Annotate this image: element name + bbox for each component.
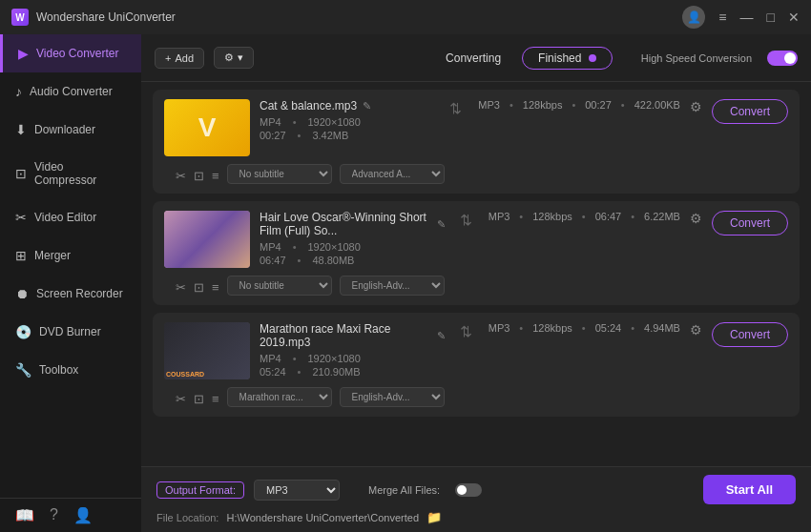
edit-title-icon[interactable]: ✎ bbox=[437, 218, 446, 231]
title-bar-left: W Wondershare UniConverter bbox=[11, 9, 176, 26]
title-bar-controls: 👤 ≡ — □ ✕ bbox=[682, 6, 800, 29]
bottom-bar: Output Format: MP3 Merge All Files: Star… bbox=[141, 466, 811, 532]
output-duration: 06:47 bbox=[595, 211, 622, 222]
sidebar-item-video-converter[interactable]: ▶ Video Converter bbox=[0, 34, 141, 72]
cut-icon[interactable]: ✂ bbox=[176, 392, 186, 406]
tab-converting[interactable]: Converting bbox=[428, 47, 518, 70]
audio-converter-icon: ♪ bbox=[15, 84, 22, 99]
crop-icon[interactable]: ⊡ bbox=[194, 169, 204, 183]
settings-dropdown-button[interactable]: ⚙ ▾ bbox=[214, 47, 254, 69]
convert-button[interactable]: Convert bbox=[712, 99, 788, 124]
file-meta-size: 05:24 • 210.90MB bbox=[260, 366, 446, 378]
close-icon[interactable]: ✕ bbox=[788, 10, 800, 25]
file-location-path: H:\Wondershare UniConverter\Converted bbox=[226, 512, 419, 523]
output-format-label[interactable]: Output Format: bbox=[156, 481, 244, 499]
file-list: V Cat & balance.mp3 ✎ MP4 • 1920×1080 bbox=[141, 82, 811, 466]
format-select[interactable]: MP3 bbox=[254, 480, 340, 501]
file-title: Marathon race Maxi Race 2019.mp3 ✎ bbox=[260, 322, 446, 349]
input-duration: 05:24 bbox=[260, 366, 286, 378]
effects-icon[interactable]: ≡ bbox=[212, 392, 219, 406]
effects-icon[interactable]: ≡ bbox=[212, 280, 219, 295]
output-meta: MP3 • 128kbps • 06:47 • 6.22MB bbox=[489, 211, 680, 222]
input-resolution: 1920×1080 bbox=[307, 241, 360, 253]
swap-section: ⇄ bbox=[445, 99, 468, 117]
screen-recorder-icon: ⏺ bbox=[15, 286, 29, 301]
sidebar-item-toolbox[interactable]: 🔧 Toolbox bbox=[0, 351, 141, 389]
file-info: Hair Love Oscar®-Winning Short Film (Ful… bbox=[260, 211, 446, 266]
output-settings-icon[interactable]: ⚙ bbox=[690, 211, 702, 226]
language-dropdown[interactable]: English-Adv... bbox=[340, 276, 445, 296]
start-all-button[interactable]: Start All bbox=[703, 475, 796, 504]
sidebar-item-video-compressor[interactable]: ⊡ Video Compressor bbox=[0, 149, 141, 198]
help-icon[interactable]: ? bbox=[50, 506, 58, 524]
minimize-icon[interactable]: — bbox=[740, 10, 754, 25]
sidebar-item-merger[interactable]: ⊞ Merger bbox=[0, 236, 141, 275]
convert-button[interactable]: Convert bbox=[712, 211, 788, 235]
file-card-bottom: ✂ ⊡ ≡ Marathon rac... English-Adv... bbox=[164, 387, 788, 407]
input-duration: 00:27 bbox=[260, 130, 286, 141]
subtitle-dropdown[interactable]: No subtitle bbox=[227, 276, 332, 296]
app-logo: W bbox=[11, 9, 29, 26]
convert-button[interactable]: Convert bbox=[712, 322, 788, 347]
thumb-overlay bbox=[164, 211, 250, 268]
sidebar-item-downloader[interactable]: ⬇ Downloader bbox=[0, 111, 141, 149]
language-dropdown[interactable]: English-Adv... bbox=[340, 387, 445, 407]
sidebar-label-screen-recorder: Screen Recorder bbox=[36, 287, 123, 300]
output-settings-icon[interactable]: ⚙ bbox=[690, 99, 702, 114]
merge-label: Merge All Files: bbox=[368, 484, 440, 496]
high-speed-label: High Speed Conversion bbox=[641, 52, 752, 64]
file-card: COUSSARD Marathon race Maxi Race 2019.mp… bbox=[153, 313, 800, 417]
sidebar-item-dvd-burner[interactable]: 💿 DVD Burner bbox=[0, 313, 141, 351]
menu-icon[interactable]: ≡ bbox=[718, 10, 726, 25]
add-icon: + bbox=[165, 52, 171, 64]
output-format: MP3 bbox=[489, 211, 510, 222]
sidebar-label-dvd-burner: DVD Burner bbox=[39, 325, 101, 338]
high-speed-toggle[interactable] bbox=[767, 51, 798, 66]
file-card-top-row: V Cat & balance.mp3 ✎ MP4 • 1920×1080 bbox=[164, 99, 788, 156]
file-title: Cat & balance.mp3 ✎ bbox=[260, 99, 435, 113]
sidebar-label-audio-converter: Audio Converter bbox=[30, 85, 113, 98]
cut-icon[interactable]: ✂ bbox=[176, 280, 186, 295]
gear-settings-icon: ⚙ bbox=[224, 51, 234, 64]
input-size: 3.42MB bbox=[312, 130, 348, 141]
sidebar-label-video-editor: Video Editor bbox=[34, 211, 96, 224]
subtitle-dropdown[interactable]: Marathon rac... bbox=[227, 387, 332, 407]
tab-group: Converting Finished bbox=[428, 47, 613, 70]
language-dropdown[interactable]: Advanced A... bbox=[340, 164, 445, 184]
thumb-actions: ✂ ⊡ ≡ bbox=[176, 388, 219, 406]
bottom-row-1: Output Format: MP3 Merge All Files: Star… bbox=[156, 475, 796, 504]
input-size: 210.90MB bbox=[312, 366, 360, 378]
folder-browse-icon[interactable]: 📁 bbox=[426, 510, 442, 524]
file-meta-input: MP4 • 1920×1080 bbox=[260, 353, 446, 364]
subtitle-dropdown[interactable]: No subtitle bbox=[227, 164, 332, 184]
output-settings-icon[interactable]: ⚙ bbox=[690, 322, 702, 338]
sidebar-item-video-editor[interactable]: ✂ Video Editor bbox=[0, 198, 141, 236]
toolbox-icon: 🔧 bbox=[15, 362, 31, 378]
file-name: Cat & balance.mp3 bbox=[260, 99, 357, 113]
book-icon[interactable]: 📖 bbox=[15, 506, 34, 524]
merge-toggle[interactable] bbox=[455, 483, 482, 497]
tab-finished[interactable]: Finished bbox=[522, 47, 613, 70]
file-meta-input: MP4 • 1920×1080 bbox=[260, 241, 446, 253]
output-size: 422.00KB bbox=[634, 99, 680, 111]
maximize-icon[interactable]: □ bbox=[767, 10, 775, 25]
sidebar-item-screen-recorder[interactable]: ⏺ Screen Recorder bbox=[0, 275, 141, 313]
edit-title-icon[interactable]: ✎ bbox=[437, 330, 446, 342]
video-editor-icon: ✂ bbox=[15, 210, 27, 225]
finished-dot-indicator bbox=[589, 54, 596, 62]
user-profile-icon[interactable]: 👤 bbox=[73, 506, 93, 524]
crop-icon[interactable]: ⊡ bbox=[194, 392, 204, 406]
effects-icon[interactable]: ≡ bbox=[212, 169, 219, 183]
sidebar-label-merger: Merger bbox=[34, 249, 71, 262]
output-duration: 05:24 bbox=[595, 322, 622, 334]
cut-icon[interactable]: ✂ bbox=[176, 169, 186, 183]
output-meta: MP3 • 128kbps • 00:27 • 422.00KB bbox=[478, 99, 680, 111]
crop-icon[interactable]: ⊡ bbox=[194, 280, 204, 295]
add-file-button[interactable]: + Add bbox=[155, 48, 204, 69]
video-compressor-icon: ⊡ bbox=[15, 166, 27, 181]
sidebar-item-audio-converter[interactable]: ♪ Audio Converter bbox=[0, 72, 141, 111]
input-size: 48.80MB bbox=[312, 255, 354, 266]
edit-title-icon[interactable]: ✎ bbox=[363, 100, 371, 113]
swap-section: ⇄ bbox=[455, 322, 479, 340]
user-avatar[interactable]: 👤 bbox=[682, 6, 705, 29]
